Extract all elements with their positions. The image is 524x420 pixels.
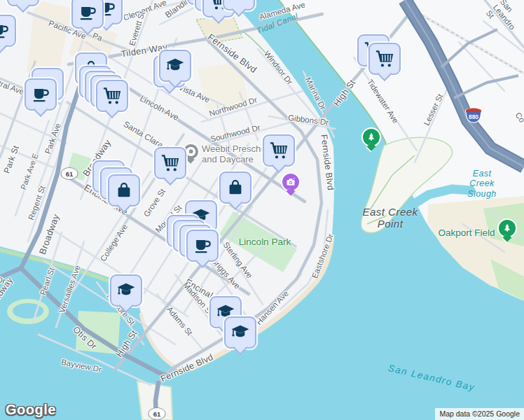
park-tree-marker[interactable] (499, 220, 516, 237)
grad-marker[interactable] (110, 274, 142, 307)
grad-marker[interactable] (224, 316, 256, 349)
tree-icon (366, 132, 377, 143)
cup-marker[interactable] (71, 0, 104, 29)
blank-marker[interactable] (223, 0, 255, 10)
cart-marker[interactable] (154, 147, 186, 179)
cup-icon (193, 236, 212, 255)
route-61-shield: 61 (61, 167, 78, 180)
cart-icon (102, 86, 122, 106)
bag-icon (114, 181, 134, 200)
cart-icon (375, 49, 394, 69)
grad-icon (165, 56, 185, 76)
lincoln-park-area (219, 211, 297, 272)
cart-marker[interactable] (96, 80, 128, 112)
grad-marker[interactable] (159, 50, 191, 82)
cup-marker[interactable] (0, 15, 16, 47)
google-logo[interactable]: Google (6, 402, 56, 418)
grad-icon (230, 323, 250, 342)
map-canvas[interactable]: Pacific AvePaClement AveBlanding AveEver… (0, 0, 524, 420)
cart-icon (160, 153, 180, 173)
cart-icon (269, 141, 289, 160)
photo-spot-marker[interactable] (282, 174, 299, 190)
cart-marker[interactable] (368, 43, 401, 75)
cart-marker[interactable] (263, 134, 295, 167)
bag-marker[interactable] (219, 172, 251, 204)
route-61-shield: 61 (149, 407, 166, 420)
map-attribution: Map data ©2025 Google (435, 408, 524, 420)
blank-marker[interactable] (7, 0, 39, 6)
cup-icon (78, 3, 97, 22)
svg-text:880: 880 (469, 113, 478, 120)
cup-marker[interactable] (25, 78, 57, 111)
tree-icon (502, 223, 513, 234)
cup-icon (0, 21, 10, 41)
grad-icon (116, 281, 136, 300)
bag-icon (226, 178, 245, 197)
park-tree-marker[interactable] (363, 129, 380, 146)
cup-marker[interactable] (186, 230, 219, 262)
bag-marker[interactable] (108, 174, 140, 206)
interstate-880-shield: 880 (464, 107, 483, 127)
camera-icon (285, 176, 296, 188)
cup-icon (31, 85, 50, 104)
